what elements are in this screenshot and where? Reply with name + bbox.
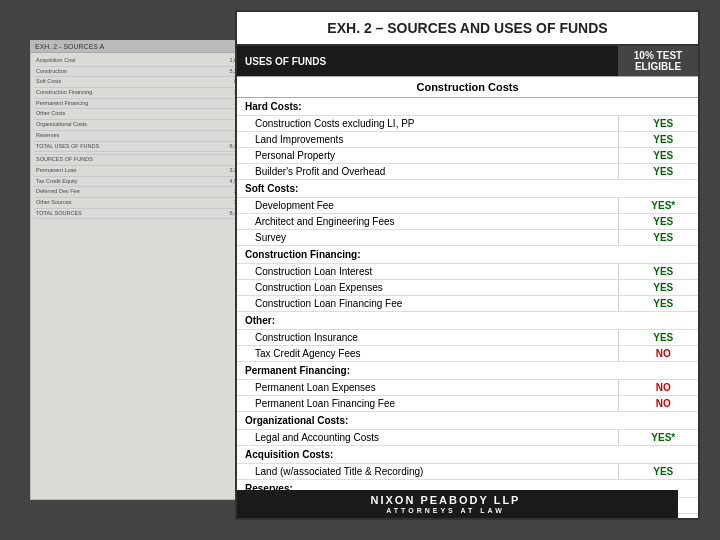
bg-doc-line: Permanent Loan3,200,000 [34,166,256,177]
subsection-row: Construction Financing: [237,246,698,264]
row-value: NO [618,346,698,362]
data-row: Survey YES [237,230,698,246]
background-document: EXH. 2 - SOURCES A Acquisition Cost1,600… [30,40,260,500]
subsection-row: Permanent Financing: [237,362,698,380]
row-value: YES* [618,198,698,214]
row-label: Construction Loan Expenses [237,280,618,296]
row-label: Construction Costs excluding LI, PP [237,116,618,132]
data-row: Development Fee YES* [237,198,698,214]
subsection-row: Hard Costs: [237,98,698,116]
data-row: Permanent Loan Financing Fee NO [237,396,698,412]
bg-doc-line: SOURCES OF FUNDS [34,155,256,166]
row-value: YES [618,116,698,132]
row-value: YES [618,280,698,296]
row-value: YES* [618,430,698,446]
subsection-label: Acquisition Costs: [237,446,698,464]
subsection-label: Other: [237,312,698,330]
subsection-row: Acquisition Costs: [237,446,698,464]
data-row: Permanent Loan Expenses NO [237,380,698,396]
data-row: Construction Loan Financing Fee YES [237,296,698,312]
data-row: Land (w/associated Title & Recording) YE… [237,464,698,480]
bg-doc-line: Permanent Financing125,000 [34,99,256,110]
data-row: Construction Loan Interest YES [237,264,698,280]
data-row: Builder's Profit and Overhead YES [237,164,698,180]
logo-sub: ATTORNEYS AT LAW [235,507,674,514]
data-row: Tax Credit Agency Fees NO [237,346,698,362]
subsection-label: Soft Costs: [237,180,698,198]
logo-bar: NIXON PEABODY LLP ATTORNEYS AT LAW [235,490,678,518]
row-value: YES [618,214,698,230]
row-value: NO [618,396,698,412]
subsection-row: Other: [237,312,698,330]
data-row: Architect and Engineering Fees YES [237,214,698,230]
bg-doc-line: Organizational Costs45,000 [34,120,256,131]
row-value: YES [618,132,698,148]
data-row: Personal Property YES [237,148,698,164]
bg-doc-line: Soft Costs850,000 [34,77,256,88]
row-label: Builder's Profit and Overhead [237,164,618,180]
row-label: Survey [237,230,618,246]
row-value: YES [618,330,698,346]
row-label: Architect and Engineering Fees [237,214,618,230]
row-value: YES [618,264,698,280]
bg-doc-line: Construction Financing320,000 [34,88,256,99]
row-value: YES [618,164,698,180]
data-row: Construction Insurance YES [237,330,698,346]
row-value: NO [618,380,698,396]
row-label: Construction Insurance [237,330,618,346]
row-label: Legal and Accounting Costs [237,430,618,446]
main-panel: EXH. 2 – SOURCES AND USES OF FUNDS USES … [235,10,700,520]
bg-doc-line: Construction5,200,000 [34,67,256,78]
bg-doc-line: Other Sources365,000 [34,198,256,209]
bg-doc-line: TOTAL USES OF FUNDS8,415,000 [34,142,256,153]
data-row: Construction Costs excluding LI, PP YES [237,116,698,132]
bg-doc-line: Acquisition Cost1,600,000 [34,56,256,67]
row-value: YES [618,464,698,480]
bg-doc-line: Tax Credit Equity4,500,000 [34,177,256,188]
row-label: Development Fee [237,198,618,214]
row-value: YES [618,230,698,246]
row-value: YES [618,148,698,164]
subsection-label: Hard Costs: [237,98,698,116]
row-value: YES [618,296,698,312]
bg-doc-content: Acquisition Cost1,600,000Construction5,2… [31,53,259,222]
panel-title: EXH. 2 – SOURCES AND USES OF FUNDS [237,12,698,46]
subsection-label: Construction Financing: [237,246,698,264]
row-label: Land (w/associated Title & Recording) [237,464,618,480]
data-row: Legal and Accounting Costs YES* [237,430,698,446]
col2-header: 10% TEST ELIGIBLE [618,46,698,77]
row-label: Tax Credit Agency Fees [237,346,618,362]
subsection-label: Organizational Costs: [237,412,698,430]
subsection-row: Organizational Costs: [237,412,698,430]
logo-name: NIXON PEABODY LLP [235,494,674,506]
slide-container: EXH. 2 - SOURCES A Acquisition Cost1,600… [0,0,720,540]
bg-doc-line: TOTAL SOURCES8,415,000 [34,209,256,220]
bg-doc-line: Other Costs95,000 [34,109,256,120]
bg-doc-line: Reserves180,000 [34,131,256,142]
section-construction-costs: Construction Costs [237,77,698,98]
bg-doc-line: Deferred Dev Fee350,000 [34,187,256,198]
data-row: Land Improvements YES [237,132,698,148]
bg-doc-header: EXH. 2 - SOURCES A [31,41,259,53]
row-label: Land Improvements [237,132,618,148]
data-row: Construction Loan Expenses YES [237,280,698,296]
row-label: Construction Loan Interest [237,264,618,280]
funds-table: USES OF FUNDS 10% TEST ELIGIBLE Construc… [237,46,698,520]
subsection-label: Permanent Financing: [237,362,698,380]
row-label: Personal Property [237,148,618,164]
row-label: Construction Loan Financing Fee [237,296,618,312]
row-label: Permanent Loan Expenses [237,380,618,396]
row-label: Permanent Loan Financing Fee [237,396,618,412]
subsection-row: Soft Costs: [237,180,698,198]
col1-header: USES OF FUNDS [237,46,618,77]
